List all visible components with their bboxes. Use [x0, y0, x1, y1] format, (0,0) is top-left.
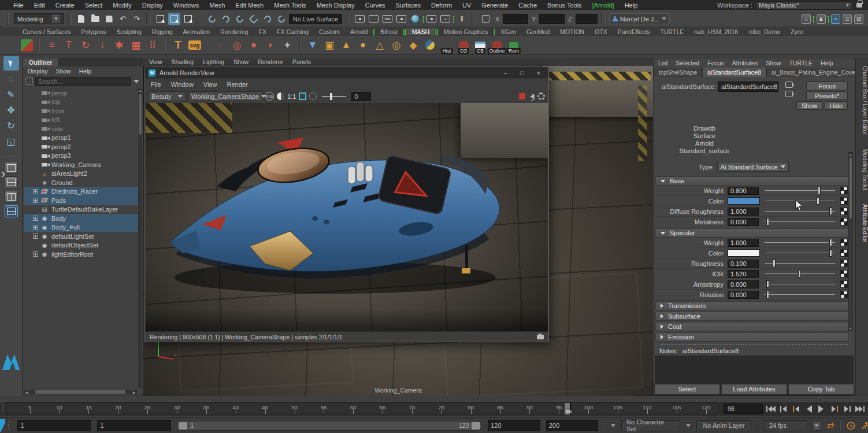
- separator[interactable]: [146, 13, 151, 24]
- rgb-channels-icon[interactable]: RGB: [265, 92, 274, 101]
- outliner-item-top[interactable]: top: [24, 98, 138, 107]
- outliner-item-persp1[interactable]: persp1: [24, 134, 138, 143]
- separator[interactable]: [198, 13, 202, 24]
- slider-handle[interactable]: [829, 239, 832, 246]
- mash-curve-icon[interactable]: ◌: [213, 38, 227, 52]
- stop-render-icon[interactable]: [519, 93, 525, 99]
- save-scene-button[interactable]: [103, 13, 115, 25]
- section-header-specular[interactable]: Specular: [655, 228, 849, 238]
- scale-tool[interactable]: ◱: [3, 134, 19, 149]
- shelf-tab-curves-surfaces[interactable]: Curves / Surfaces: [17, 28, 76, 35]
- fps-select[interactable]: 24 fps: [764, 420, 807, 431]
- slider-handle[interactable]: [330, 93, 332, 100]
- attribute-slider[interactable]: [765, 270, 835, 277]
- outliner-item-ground[interactable]: ◈Ground: [24, 178, 138, 187]
- attribute-value-field[interactable]: 1.000: [728, 239, 759, 247]
- texture-map-button[interactable]: [840, 291, 848, 298]
- expand-plus-icon[interactable]: [33, 198, 38, 203]
- snap-to-grid-button[interactable]: [206, 13, 218, 25]
- render-current-frame-button[interactable]: [368, 13, 380, 25]
- outliner-item-persp3[interactable]: persp3: [24, 151, 138, 161]
- shelf-tab-bifrost[interactable]: Bifrost: [375, 28, 403, 35]
- modeling-toolkit-toggle-icon[interactable]: ⌂: [802, 14, 811, 24]
- outliner-search-input[interactable]: [35, 77, 131, 86]
- sidebar-tab-attribute-editor[interactable]: Attribute Editor: [856, 198, 868, 248]
- attribute-value-field[interactable]: 0.000: [728, 218, 759, 226]
- scroll-thumb[interactable]: [35, 390, 125, 394]
- outliner-item-body[interactable]: ◉Body: [24, 214, 138, 223]
- playback-speed-runner-icon[interactable]: [860, 421, 868, 430]
- make-live-button[interactable]: [275, 13, 287, 25]
- go-to-start-button[interactable]: [765, 404, 777, 414]
- outliner-item-front[interactable]: front: [24, 106, 138, 116]
- range-end-handle[interactable]: [472, 422, 480, 430]
- outliner-item-body_full[interactable]: ◉Body_Full: [24, 223, 138, 232]
- footer-button-copy-tab[interactable]: Copy Tab: [788, 384, 854, 395]
- hypershade-button[interactable]: [409, 13, 421, 25]
- pause-render-button[interactable]: ‖: [456, 13, 468, 25]
- shelf-tab-arnold[interactable]: Arnold: [345, 28, 373, 35]
- shelf-tab-mash[interactable]: MASH: [407, 28, 435, 35]
- arnold-render-button[interactable]: [425, 13, 437, 25]
- shelf-tab-zync[interactable]: Zync: [785, 28, 809, 35]
- snap-to-projected-center-button[interactable]: [247, 13, 259, 25]
- import-file-icon[interactable]: ▼: [306, 38, 320, 52]
- arnold-ipr-button[interactable]: x: [439, 13, 451, 25]
- texture-map-button[interactable]: [840, 197, 848, 205]
- loop-playback-icon[interactable]: ⇄: [827, 420, 834, 431]
- section-header-transmission[interactable]: Transmission: [655, 301, 849, 310]
- poly-cube-icon[interactable]: ▣: [322, 38, 336, 52]
- outliner-menu-help[interactable]: Help: [79, 68, 92, 75]
- viewport-menu-renderer[interactable]: Renderer: [258, 58, 283, 65]
- outliner-item-turtledefaultbakelayer[interactable]: ▤TurtleDefaultBakeLayer: [24, 205, 138, 214]
- texture-map-button[interactable]: [840, 218, 848, 225]
- exposure-field[interactable]: 0: [351, 92, 371, 101]
- mash-waiter-icon[interactable]: [20, 38, 34, 52]
- aov-select[interactable]: Beauty: [149, 91, 186, 101]
- shelf-tab-nab-hsm-2016[interactable]: nab_HSM_2016: [689, 28, 743, 35]
- drag-grip[interactable]: [7, 420, 9, 431]
- scroll-thumb[interactable]: [850, 158, 852, 219]
- shelf-tab-fx-caching[interactable]: FX Caching: [272, 28, 314, 35]
- crop-region-icon[interactable]: [299, 92, 306, 100]
- menu-set-select[interactable]: Modeling ▼: [14, 13, 64, 24]
- attribute-value-field[interactable]: 0.800: [728, 187, 759, 195]
- channel-box-toggle-icon[interactable]: ▤: [854, 14, 863, 24]
- poly-sphere-icon[interactable]: ●: [356, 38, 370, 52]
- menu-help[interactable]: Help: [620, 2, 643, 9]
- input-connection-icon[interactable]: [785, 82, 793, 88]
- expand-plus-icon[interactable]: [33, 216, 38, 221]
- outliner-item-drednots_racer[interactable]: Drednots_Racer: [24, 187, 138, 197]
- focus-button[interactable]: Focus: [806, 82, 848, 90]
- expand-plus-icon[interactable]: [33, 234, 38, 239]
- outliner-menu-show[interactable]: Show: [55, 68, 71, 75]
- hide-button[interactable]: Hide: [825, 101, 848, 110]
- ae-menu-show[interactable]: Show: [766, 60, 781, 66]
- co-tool-icon[interactable]: CO: [457, 38, 470, 52]
- lasso-select-tool[interactable]: ◌: [3, 72, 19, 86]
- tool-settings-toggle-icon[interactable]: ☰: [843, 14, 852, 24]
- python-script-icon[interactable]: [423, 38, 437, 52]
- workspace-select[interactable]: Maya Classic* ▼: [756, 1, 853, 10]
- slider-handle[interactable]: [798, 270, 801, 277]
- settings-gear-icon[interactable]: [537, 92, 545, 100]
- scroll-up-icon[interactable]: ▲: [849, 153, 852, 157]
- renderview-menu-render[interactable]: Render: [227, 81, 248, 88]
- type-select[interactable]: Ai Standard Surface: [717, 162, 789, 172]
- texture-map-button[interactable]: [840, 239, 848, 246]
- texture-map-button[interactable]: [840, 187, 848, 194]
- anim-layer-select[interactable]: No Anim Layer: [696, 420, 751, 431]
- attribute-value-field[interactable]: 0.100: [728, 260, 759, 268]
- presets-button[interactable]: Presets*: [806, 91, 848, 100]
- character-set-select[interactable]: No Character Set: [621, 420, 680, 431]
- shelf-tab-motion-graphics[interactable]: Motion Graphics: [439, 28, 493, 35]
- scroll-left-icon[interactable]: ◀: [24, 390, 29, 394]
- texture-map-button[interactable]: [840, 280, 848, 288]
- render-view-button[interactable]: [354, 13, 366, 25]
- layout-single-pane-button[interactable]: [5, 162, 18, 174]
- poly-pyramid-icon[interactable]: △: [373, 38, 387, 52]
- outliner-item-left[interactable]: left: [24, 116, 138, 125]
- user-account-menu[interactable]: Marcel De J...: [609, 13, 670, 24]
- ae-menu-attributes[interactable]: Attributes: [732, 60, 758, 66]
- attribute-value-field[interactable]: 0.000: [728, 280, 759, 288]
